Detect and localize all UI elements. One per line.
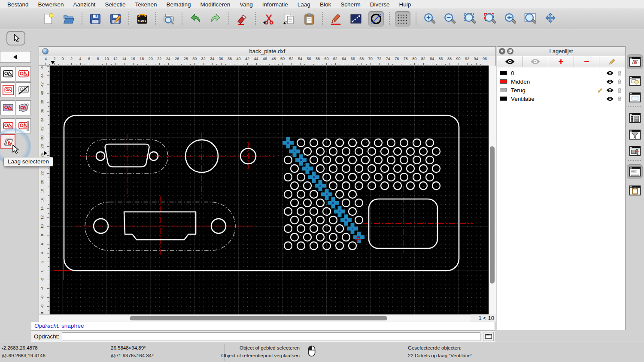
tool-select-contour-icon — [18, 102, 30, 114]
zoom-selection-button[interactable] — [482, 11, 498, 27]
layer-row-ventilatie[interactable]: Ventilatie — [497, 94, 625, 103]
hide-all-layers-button[interactable] — [523, 56, 549, 67]
zoom-in-button[interactable] — [422, 11, 437, 27]
circle-tool-button[interactable] — [368, 11, 384, 27]
dock-command-line-button[interactable] — [627, 164, 643, 179]
status-bar: -2.2683,26.4878 @-69.2683,19.4146 26.584… — [0, 342, 644, 362]
menu-vang[interactable]: Vang — [235, 1, 258, 8]
panel-detach-button[interactable] — [507, 48, 513, 54]
tool-select-layer[interactable] — [0, 134, 15, 149]
save-file-as-button[interactable] — [108, 11, 123, 27]
cad-drawing[interactable] — [50, 66, 489, 314]
menu-informatie[interactable]: Informatie — [258, 1, 293, 8]
menu-scherm[interactable]: Scherm — [336, 1, 365, 8]
mouse-hint-text: Object of gebied selecteren Object of re… — [210, 344, 300, 359]
tool-deselect-all-icon — [18, 84, 30, 96]
grid-toggle-button[interactable] — [395, 11, 410, 27]
dock-library-browser-button[interactable] — [627, 90, 643, 105]
menu-tekenen[interactable]: Tekenen — [130, 1, 161, 8]
vertical-scrollbar-thumb[interactable] — [490, 146, 495, 284]
menu-bar: BestandBewerkenAanzichtSelectieTekenenBe… — [0, 0, 644, 9]
drawing-canvas[interactable] — [50, 66, 489, 314]
menu-selectie[interactable]: Selectie — [100, 1, 130, 8]
line-tool-button[interactable] — [348, 11, 364, 27]
layer-visibility-eye[interactable] — [606, 70, 614, 76]
layer-row-icons — [606, 96, 622, 102]
show-all-layers-button[interactable] — [497, 56, 523, 67]
menu-hulp[interactable]: Hulp — [394, 1, 416, 8]
export-svg-button[interactable]: SVG — [134, 11, 150, 27]
copy-button[interactable] — [281, 11, 297, 27]
zoom-window-button[interactable] — [522, 11, 538, 27]
tool-select-object[interactable] — [0, 66, 15, 81]
tool-deselect-object[interactable] — [16, 66, 31, 81]
print-preview-icon — [162, 12, 175, 25]
layer-list-panel: Lagenlijst 0MiddenTerugVentilatie — [497, 46, 626, 330]
redo-button[interactable] — [208, 11, 223, 27]
vertical-scrollbar[interactable] — [489, 66, 496, 314]
layer-visibility-eye[interactable] — [606, 79, 614, 84]
paste-button[interactable] — [301, 11, 317, 27]
tool-select-contour[interactable] — [16, 100, 31, 115]
undo-button[interactable] — [188, 11, 203, 27]
horizontal-scrollbar-thumb[interactable] — [130, 316, 387, 320]
menu-diverse[interactable]: Diverse — [365, 1, 395, 8]
layer-lock-icon[interactable] — [617, 87, 622, 93]
layer-lock-icon[interactable] — [617, 96, 622, 102]
command-input[interactable] — [62, 332, 480, 341]
draw-pen-button[interactable] — [328, 11, 343, 27]
tool-select-all[interactable] — [0, 118, 15, 133]
layer-lock-icon[interactable] — [617, 70, 622, 76]
menu-bewerken[interactable]: Bewerken — [33, 1, 69, 8]
delete-button[interactable] — [234, 11, 250, 27]
tool-select-area[interactable] — [0, 100, 15, 115]
dock-selection-filter-button[interactable] — [627, 127, 643, 142]
print-preview-button[interactable] — [161, 11, 176, 27]
new-file-button[interactable] — [41, 11, 56, 27]
tool-select-window[interactable] — [0, 82, 15, 97]
dock-command-line-icon — [629, 165, 641, 178]
dock-projection-button[interactable] — [627, 144, 643, 158]
tool-select-intersected[interactable] — [16, 118, 31, 133]
tooltip: Laag selecteren — [3, 157, 53, 166]
layer-visibility-eye[interactable] — [606, 96, 614, 102]
dock-projection-icon — [629, 145, 641, 157]
left-button-hint: Object of gebied selecteren — [210, 344, 300, 352]
menu-laag[interactable]: Laag — [293, 1, 315, 8]
horizontal-scrollbar[interactable] — [39, 314, 471, 322]
menu-modificeren[interactable]: Modificeren — [196, 1, 235, 8]
dock-clipboard-button[interactable] — [627, 183, 643, 198]
tools-back-button[interactable] — [0, 51, 31, 63]
edit-layer-button[interactable] — [599, 56, 625, 67]
selection-pointer-tool[interactable] — [6, 31, 25, 45]
zoom-pan-button[interactable] — [543, 11, 558, 27]
dock-layer-list-button[interactable] — [627, 54, 643, 69]
menu-bemating[interactable]: Bemating — [161, 1, 195, 8]
cut-button[interactable] — [261, 11, 276, 27]
remove-layer-button[interactable] — [574, 56, 600, 67]
drawing-window-titlebar[interactable]: back_plate.dxf — [39, 47, 495, 56]
layer-row-terug[interactable]: Terug — [497, 86, 625, 94]
dock-entity-list-button[interactable] — [627, 111, 643, 125]
zoom-previous-button[interactable] — [502, 11, 518, 27]
layer-lock-icon[interactable] — [617, 79, 622, 84]
dock-block-list-button[interactable] — [627, 74, 643, 88]
zoom-out-button[interactable] — [442, 11, 457, 27]
zoom-auto-button[interactable] — [462, 11, 477, 27]
command-panel: Opdracht: snapfree Opdracht: — [31, 322, 495, 342]
add-layer-button[interactable] — [548, 56, 574, 67]
open-file-button[interactable] — [61, 11, 76, 27]
menu-aanzicht[interactable]: Aanzicht — [69, 1, 100, 8]
layer-row-midden[interactable]: Midden — [497, 77, 625, 86]
menu-blok[interactable]: Blok — [315, 1, 336, 8]
layer-color-swatch — [500, 71, 507, 75]
menu-bestand[interactable]: Bestand — [3, 1, 33, 8]
tool-deselect-all[interactable] — [16, 82, 31, 97]
line-tool-icon — [349, 12, 362, 25]
panel-close-button[interactable] — [499, 48, 505, 54]
save-file-button[interactable] — [88, 11, 103, 27]
layer-visibility-eye[interactable] — [606, 87, 614, 93]
layer-row-0[interactable]: 0 — [497, 69, 625, 77]
layer-panel-header[interactable]: Lagenlijst — [497, 47, 625, 56]
command-window-toggle-button[interactable] — [483, 332, 494, 341]
